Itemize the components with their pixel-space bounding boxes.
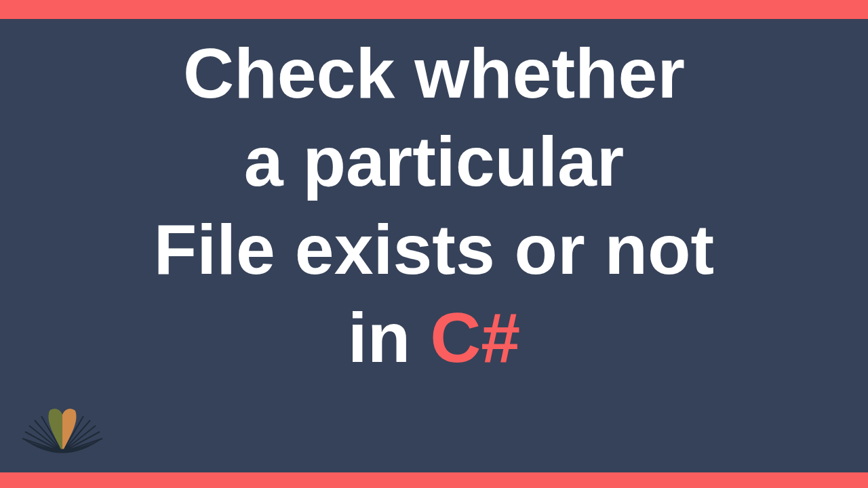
title-line-2: a particular	[244, 117, 625, 205]
title-card: Check whether a particular File exists o…	[0, 19, 868, 469]
bottom-accent-bar	[0, 472, 868, 488]
title-line-4: in C#	[348, 293, 520, 382]
title-line-3: File exists or not	[154, 205, 714, 293]
title-line-1: Check whether	[183, 29, 685, 117]
title-line-4-prefix: in	[348, 298, 430, 377]
open-book-icon	[17, 394, 108, 469]
title-highlight: C#	[430, 298, 520, 377]
top-accent-bar	[0, 0, 868, 19]
